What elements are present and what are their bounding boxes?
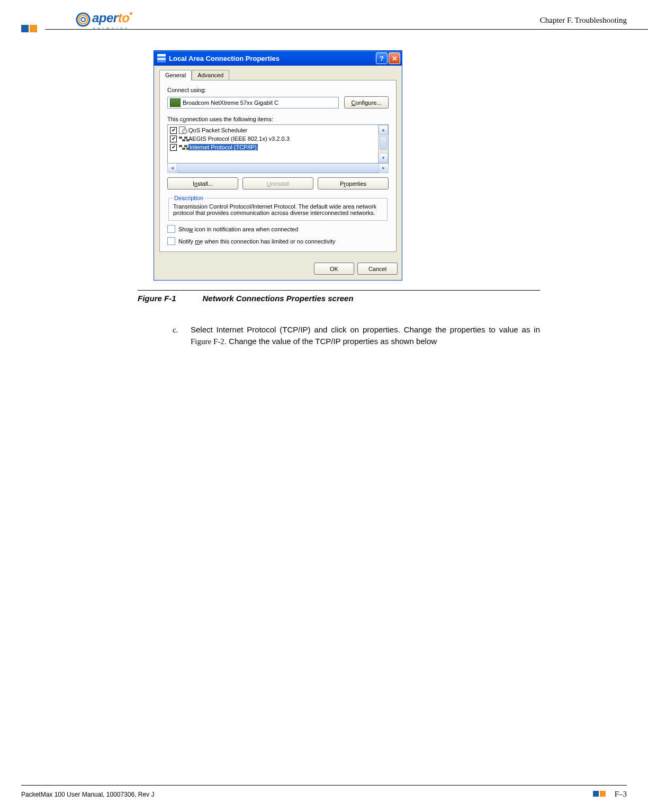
properties-button[interactable]: Properties — [318, 177, 389, 190]
connection-properties-dialog: Local Area Connection Properties ? ✕ Gen… — [154, 50, 402, 281]
tab-advanced[interactable]: Advanced — [192, 70, 229, 80]
decorative-squares-bottom — [592, 791, 607, 798]
checkbox-icon[interactable]: ✔ — [170, 144, 177, 151]
protocol-icon — [179, 135, 187, 142]
scroll-left-icon[interactable]: ◄ — [167, 163, 177, 173]
step-text: c.Select Internet Protocol (TCP/IP) and … — [191, 324, 540, 347]
horizontal-scrollbar[interactable]: ◄ ► — [167, 164, 389, 173]
page-number: F–3 — [615, 790, 627, 798]
close-button[interactable]: ✕ — [389, 52, 400, 64]
checkbox-icon[interactable] — [167, 237, 175, 245]
description-group: Description Transmission Control Protoco… — [168, 195, 388, 221]
checkbox-icon[interactable]: ✔ — [170, 136, 177, 142]
connect-using-label: Connect using: — [167, 87, 389, 93]
items-listbox[interactable]: ✔ QoS Packet Scheduler ✔ AEGIS Protocol … — [167, 124, 389, 164]
list-item[interactable]: ✔ QoS Packet Scheduler — [169, 126, 377, 134]
install-button[interactable]: Install... — [167, 177, 238, 190]
tab-bar: General Advanced — [159, 70, 397, 80]
checkbox-icon[interactable]: ✔ — [170, 127, 177, 134]
description-legend: Description — [173, 195, 204, 201]
scroll-right-icon[interactable]: ► — [379, 163, 389, 173]
items-label: This connection uses the following items… — [167, 116, 389, 122]
list-item[interactable]: ✔ Internet Protocol (TCP/IP) — [169, 143, 377, 151]
scroll-down-icon[interactable]: ▼ — [379, 153, 388, 163]
notify-checkbox[interactable]: Notify me when this connection has limit… — [167, 237, 389, 245]
window-title: Local Area Connection Properties — [169, 55, 280, 62]
cancel-button[interactable]: Cancel — [357, 263, 398, 275]
footer-manual: PacketMax 100 User Manual, 10007306, Rev… — [21, 791, 154, 798]
tab-general[interactable]: General — [159, 70, 192, 80]
list-item[interactable]: ✔ AEGIS Protocol (IEEE 802.1x) v3.2.0.3 — [169, 134, 377, 143]
adapter-name: Broadcom NetXtreme 57xx Gigabit C — [183, 100, 278, 106]
decorative-squares-top — [21, 25, 38, 34]
window-icon — [157, 54, 166, 62]
scroll-up-icon[interactable]: ▲ — [379, 125, 388, 135]
show-icon-checkbox[interactable]: Show icon in notification area when conn… — [167, 225, 389, 233]
uninstall-button: Uninstall — [242, 177, 313, 190]
checkbox-icon[interactable] — [167, 225, 175, 233]
description-text: Transmission Control Protocol/Internet P… — [173, 203, 383, 216]
logo: aperto n e t w o r k s — [74, 11, 132, 30]
chapter-label: Chapter F. Troubleshooting — [540, 16, 627, 25]
scroll-thumb[interactable] — [380, 136, 387, 150]
adapter-field[interactable]: Broadcom NetXtreme 57xx Gigabit C — [167, 97, 339, 109]
ok-button[interactable]: OK — [314, 263, 354, 275]
titlebar[interactable]: Local Area Connection Properties ? ✕ — [154, 51, 402, 66]
scheduler-icon — [179, 127, 187, 134]
figure-caption: Figure F-1Network Connections Properties… — [138, 294, 540, 303]
nic-icon — [170, 98, 181, 107]
configure-button[interactable]: Configure... — [344, 96, 389, 109]
help-button[interactable]: ? — [376, 52, 388, 64]
protocol-icon — [179, 143, 187, 151]
vertical-scrollbar[interactable]: ▲ ▼ — [378, 125, 388, 163]
